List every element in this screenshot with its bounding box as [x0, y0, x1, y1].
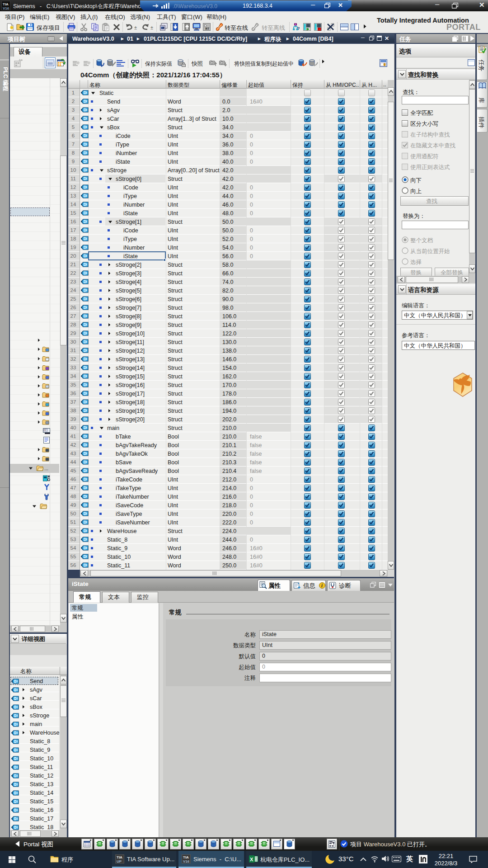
svg-text:01: 01 — [161, 27, 164, 29]
svg-text:IO: IO — [44, 429, 47, 431]
svg-text:RT: RT — [206, 27, 210, 30]
svg-text:?: ? — [297, 26, 300, 31]
svg-text:i: i — [321, 583, 323, 588]
svg-text:X: X — [250, 857, 253, 862]
